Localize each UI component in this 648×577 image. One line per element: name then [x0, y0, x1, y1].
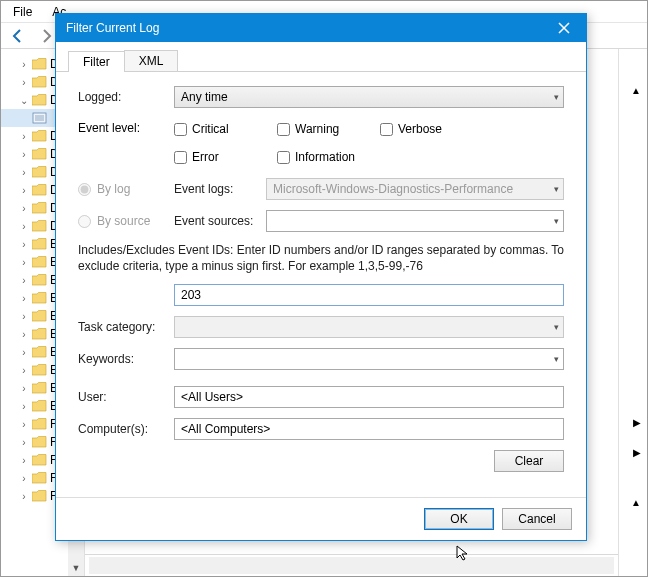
- keywords-combo[interactable]: ▾: [174, 348, 564, 370]
- dialog-title: Filter Current Log: [66, 21, 542, 35]
- expand-closed-icon[interactable]: ›: [19, 221, 29, 232]
- cancel-button[interactable]: Cancel: [502, 508, 572, 530]
- user-input[interactable]: [174, 386, 564, 408]
- expand-closed-icon[interactable]: ›: [19, 401, 29, 412]
- folder-icon: [32, 436, 47, 448]
- expand-closed-icon[interactable]: ›: [19, 239, 29, 250]
- expand-closed-icon[interactable]: ›: [19, 59, 29, 70]
- ok-button[interactable]: OK: [424, 508, 494, 530]
- folder-icon: [32, 76, 47, 88]
- label-event-level: Event level:: [78, 118, 174, 168]
- event-id-input[interactable]: [174, 284, 564, 306]
- expand-closed-icon[interactable]: ›: [19, 77, 29, 88]
- checkbox-information[interactable]: Information: [277, 146, 387, 168]
- folder-icon: [32, 184, 47, 196]
- folder-icon: [32, 490, 47, 502]
- radio-by-log: By log: [78, 182, 174, 196]
- radio-by-source: By source: [78, 214, 174, 228]
- close-button[interactable]: [542, 14, 586, 42]
- folder-icon: [32, 130, 47, 142]
- label-logged: Logged:: [78, 90, 174, 104]
- label-keywords: Keywords:: [78, 352, 174, 366]
- folder-icon: [32, 292, 47, 304]
- right-caret-icon: ▶: [633, 417, 641, 428]
- dialog-titlebar[interactable]: Filter Current Log: [56, 14, 586, 42]
- right-caret-icon: ▲: [631, 497, 641, 508]
- tab-strip: Filter XML: [56, 48, 586, 72]
- expand-closed-icon[interactable]: ›: [19, 347, 29, 358]
- expand-closed-icon[interactable]: ›: [19, 185, 29, 196]
- chevron-down-icon: ▾: [554, 322, 559, 332]
- checkbox-critical[interactable]: Critical: [174, 118, 259, 140]
- folder-icon: [32, 418, 47, 430]
- expand-closed-icon[interactable]: ›: [19, 365, 29, 376]
- folder-icon: [32, 274, 47, 286]
- event-logs-combo: Microsoft-Windows-Diagnostics-Performanc…: [266, 178, 564, 200]
- chevron-down-icon: ▾: [554, 354, 559, 364]
- folder-icon: [32, 310, 47, 322]
- expand-closed-icon[interactable]: ›: [19, 203, 29, 214]
- folder-icon: [32, 148, 47, 160]
- forward-button[interactable]: [35, 26, 57, 46]
- scroll-down-icon[interactable]: ▼: [68, 560, 84, 576]
- expand-closed-icon[interactable]: ›: [19, 383, 29, 394]
- expand-closed-icon[interactable]: ›: [19, 419, 29, 430]
- filter-dialog: Filter Current Log Filter XML Logged: An…: [55, 13, 587, 541]
- expand-closed-icon[interactable]: ›: [19, 437, 29, 448]
- expand-closed-icon[interactable]: ›: [19, 311, 29, 322]
- folder-icon: [32, 94, 47, 106]
- tab-filter[interactable]: Filter: [68, 51, 125, 72]
- chevron-down-icon: ▾: [554, 216, 559, 226]
- event-logs-value: Microsoft-Windows-Diagnostics-Performanc…: [273, 182, 563, 196]
- event-sources-combo[interactable]: ▾: [266, 210, 564, 232]
- expand-closed-icon[interactable]: ›: [19, 293, 29, 304]
- label-computers: Computer(s):: [78, 422, 174, 436]
- folder-icon: [32, 364, 47, 376]
- expand-closed-icon[interactable]: ›: [19, 131, 29, 142]
- menu-file[interactable]: File: [5, 3, 40, 21]
- expand-closed-icon[interactable]: ›: [19, 275, 29, 286]
- logged-combo[interactable]: Any time ▾: [174, 86, 564, 108]
- right-caret-icon: ▲: [631, 85, 641, 96]
- folder-icon: [32, 328, 47, 340]
- expand-closed-icon[interactable]: ›: [19, 257, 29, 268]
- chevron-down-icon: ▾: [554, 184, 559, 194]
- expand-closed-icon[interactable]: ›: [19, 329, 29, 340]
- back-button[interactable]: [7, 26, 29, 46]
- expand-closed-icon[interactable]: ›: [19, 149, 29, 160]
- expand-closed-icon[interactable]: ›: [19, 491, 29, 502]
- folder-icon: [32, 472, 47, 484]
- label-user: User:: [78, 390, 174, 404]
- folder-icon: [32, 346, 47, 358]
- right-caret-icon: ▶: [633, 447, 641, 458]
- folder-icon: [32, 220, 47, 232]
- folder-icon: [32, 382, 47, 394]
- label-task-category: Task category:: [78, 320, 174, 334]
- log-icon: [32, 112, 47, 124]
- folder-icon: [32, 58, 47, 70]
- chevron-down-icon: ▾: [554, 92, 559, 102]
- folder-icon: [32, 202, 47, 214]
- expand-closed-icon[interactable]: ›: [19, 167, 29, 178]
- actions-pane: ▲ ▶ ▶ ▲: [619, 49, 647, 576]
- expand-closed-icon[interactable]: ›: [19, 455, 29, 466]
- expand-closed-icon[interactable]: ›: [19, 473, 29, 484]
- label-event-logs: Event logs:: [174, 182, 266, 196]
- computers-input[interactable]: [174, 418, 564, 440]
- checkbox-warning[interactable]: Warning: [277, 118, 362, 140]
- task-category-combo: ▾: [174, 316, 564, 338]
- checkbox-error[interactable]: Error: [174, 146, 259, 168]
- checkbox-verbose[interactable]: Verbose: [380, 118, 465, 140]
- dialog-footer: OK Cancel: [56, 497, 586, 540]
- logged-value: Any time: [181, 90, 228, 104]
- folder-icon: [32, 166, 47, 178]
- tab-xml[interactable]: XML: [124, 50, 179, 71]
- clear-button[interactable]: Clear: [494, 450, 564, 472]
- filter-form: Logged: Any time ▾ Event level: Critical…: [56, 72, 586, 497]
- event-id-hint: Includes/Excludes Event IDs: Enter ID nu…: [78, 242, 564, 274]
- folder-icon: [32, 256, 47, 268]
- label-event-sources: Event sources:: [174, 214, 266, 228]
- horizontal-scroll[interactable]: [85, 554, 618, 576]
- expand-open-icon[interactable]: ⌄: [19, 95, 29, 106]
- folder-icon: [32, 454, 47, 466]
